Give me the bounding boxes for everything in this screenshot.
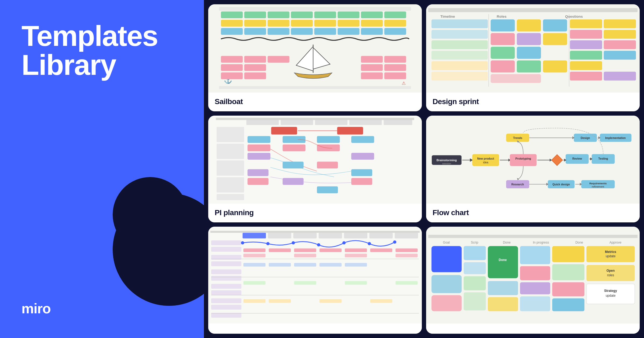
svg-rect-59: [351, 136, 374, 143]
svg-rect-129: [210, 231, 420, 233]
svg-text:Prototyping: Prototyping: [515, 157, 531, 160]
svg-rect-14: [338, 20, 359, 27]
right-panel: ⚓: [204, 0, 644, 338]
svg-rect-66: [283, 161, 303, 168]
bottom-left-card-footer: [208, 324, 422, 334]
svg-rect-51: [217, 160, 244, 176]
svg-rect-74: [216, 118, 414, 120]
svg-rect-153: [570, 19, 602, 28]
svg-rect-3: [268, 12, 289, 18]
svg-rect-13: [314, 20, 336, 27]
svg-rect-236: [552, 299, 584, 311]
flow-chart-card-footer: Flow chart: [426, 204, 640, 222]
svg-rect-230: [520, 266, 550, 281]
svg-text:Timeline: Timeline: [440, 14, 455, 19]
svg-rect-135: [431, 19, 488, 28]
svg-rect-40: [219, 7, 411, 11]
svg-rect-36: [221, 72, 243, 79]
svg-rect-24: [384, 28, 406, 35]
svg-rect-44: [246, 120, 279, 125]
svg-text:Implementation: Implementation: [605, 136, 626, 139]
svg-rect-49: [217, 127, 244, 142]
svg-rect-111: [396, 254, 418, 258]
svg-rect-60: [247, 144, 270, 151]
svg-rect-101: [243, 249, 266, 252]
svg-rect-124: [396, 281, 418, 285]
bottom-right-card-footer: [426, 324, 640, 334]
svg-rect-87: [211, 270, 241, 274]
svg-rect-103: [294, 249, 316, 252]
svg-rect-102: [269, 249, 291, 252]
svg-text:Done: Done: [503, 241, 511, 245]
svg-rect-52: [217, 177, 244, 192]
svg-text:Done: Done: [575, 241, 583, 245]
svg-rect-72: [317, 186, 338, 193]
design-sprint-card[interactable]: Timeline Roles Questions: [426, 4, 640, 111]
svg-rect-55: [337, 127, 363, 134]
svg-rect-109: [294, 254, 316, 258]
svg-rect-21: [314, 28, 336, 35]
svg-rect-219: [431, 275, 462, 293]
svg-rect-234: [552, 264, 584, 280]
svg-rect-138: [431, 51, 488, 60]
sailboat-title: Sailboat: [215, 97, 243, 106]
svg-rect-76: [243, 233, 266, 238]
svg-rect-80: [344, 233, 367, 238]
svg-rect-225: [488, 246, 518, 278]
svg-rect-53: [217, 194, 244, 200]
bottom-left-preview: [208, 227, 422, 324]
bottom-right-card[interactable]: Goal Scrip Done In progress Done Approve…: [426, 227, 640, 334]
svg-rect-86: [211, 262, 241, 266]
svg-rect-67: [317, 161, 338, 168]
pi-planning-card-footer: PI planning: [208, 204, 422, 222]
svg-rect-159: [570, 51, 602, 60]
svg-rect-5: [314, 12, 336, 18]
svg-text:Approve: Approve: [609, 241, 621, 245]
svg-rect-233: [552, 246, 584, 262]
svg-rect-16: [384, 20, 406, 27]
svg-text:Done: Done: [499, 258, 507, 262]
svg-rect-136: [431, 30, 488, 39]
pi-planning-title: PI planning: [215, 208, 254, 217]
svg-text:Strategy: Strategy: [604, 289, 617, 293]
svg-rect-222: [464, 262, 486, 274]
svg-text:idea: idea: [483, 161, 488, 164]
svg-point-96: [292, 241, 295, 245]
bottom-left-card[interactable]: [208, 227, 422, 334]
sailboat-card[interactable]: ⚓: [208, 4, 422, 111]
svg-rect-144: [491, 33, 515, 45]
svg-rect-31: [384, 56, 406, 63]
bottom-right-preview: Goal Scrip Done In progress Done Approve…: [426, 227, 640, 324]
design-sprint-title: Design sprint: [433, 97, 479, 106]
design-sprint-card-footer: Design sprint: [426, 93, 640, 111]
svg-text:New product: New product: [477, 157, 494, 160]
svg-rect-224: [464, 292, 486, 311]
svg-rect-69: [351, 169, 372, 176]
svg-rect-32: [221, 64, 243, 71]
pi-planning-card[interactable]: PI planning: [208, 116, 422, 223]
svg-rect-8: [384, 12, 406, 18]
svg-rect-127: [320, 299, 342, 303]
svg-rect-126: [269, 299, 291, 303]
svg-rect-232: [520, 296, 550, 311]
hero-title-line2: Library: [21, 49, 116, 81]
svg-rect-54: [271, 127, 297, 134]
svg-rect-4: [291, 12, 313, 18]
svg-rect-17: [221, 28, 243, 35]
svg-text:Quick design: Quick design: [552, 183, 570, 186]
svg-rect-105: [345, 249, 367, 252]
svg-rect-35: [384, 64, 406, 71]
svg-rect-12: [291, 20, 313, 27]
flow-chart-card[interactable]: Brainstorming session New product idea P…: [426, 116, 640, 223]
svg-rect-77: [268, 233, 291, 238]
svg-rect-228: [488, 297, 518, 311]
svg-rect-93: [211, 313, 241, 318]
svg-point-100: [393, 241, 396, 244]
svg-rect-63: [247, 153, 270, 160]
svg-rect-235: [552, 282, 584, 297]
svg-text:Testing: Testing: [598, 157, 608, 160]
svg-rect-229: [520, 246, 550, 264]
svg-rect-231: [520, 282, 550, 295]
svg-rect-46: [315, 120, 347, 125]
svg-rect-43: [216, 118, 414, 202]
